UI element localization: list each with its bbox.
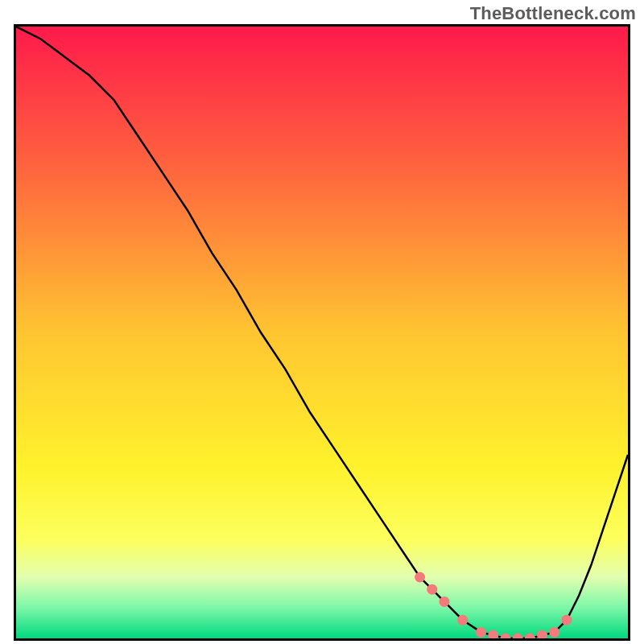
watermark-text: TheBottleneck.com xyxy=(470,3,636,24)
highlight-point xyxy=(562,615,572,625)
highlight-point xyxy=(440,597,450,607)
bottleneck-chart xyxy=(14,24,630,641)
chart-background xyxy=(16,27,628,638)
highlight-point xyxy=(476,627,486,638)
chart-container: TheBottleneck.com xyxy=(0,0,644,644)
highlight-point xyxy=(415,572,425,583)
highlight-point xyxy=(427,584,437,595)
highlight-point xyxy=(549,627,559,638)
highlight-point xyxy=(457,615,468,625)
